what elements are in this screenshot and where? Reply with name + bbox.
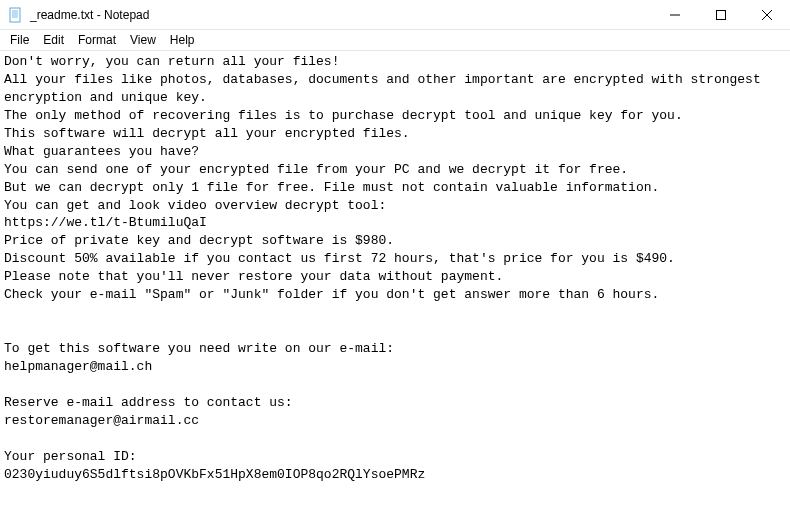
menu-view[interactable]: View <box>124 32 162 48</box>
titlebar[interactable]: _readme.txt - Notepad <box>0 0 790 30</box>
menu-help[interactable]: Help <box>164 32 201 48</box>
svg-rect-6 <box>717 10 726 19</box>
menu-format[interactable]: Format <box>72 32 122 48</box>
menu-edit[interactable]: Edit <box>37 32 70 48</box>
minimize-button[interactable] <box>652 0 698 29</box>
window-controls <box>652 0 790 29</box>
menu-file[interactable]: File <box>4 32 35 48</box>
menubar: File Edit Format View Help <box>0 30 790 50</box>
close-button[interactable] <box>744 0 790 29</box>
window-title: _readme.txt - Notepad <box>30 8 149 22</box>
maximize-button[interactable] <box>698 0 744 29</box>
text-area[interactable]: Don't worry, you can return all your fil… <box>0 50 790 526</box>
notepad-icon <box>8 7 24 23</box>
